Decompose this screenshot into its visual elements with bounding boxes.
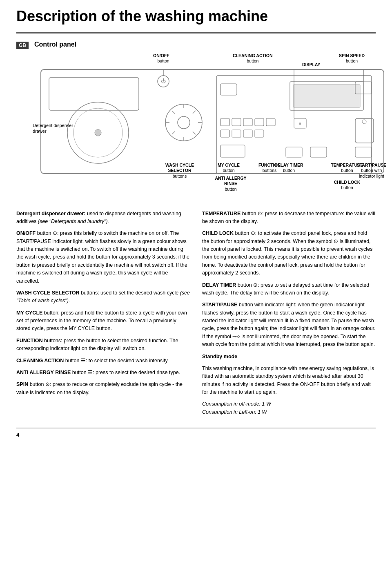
svg-rect-24 <box>355 147 372 157</box>
svg-rect-15 <box>220 130 229 137</box>
svg-rect-25 <box>310 147 327 157</box>
svg-rect-22 <box>355 118 374 143</box>
label-child-lock: CHILD LOCK button <box>331 180 363 191</box>
svg-point-4 <box>95 129 101 136</box>
right-column: TEMPERATURE button ⊙: press to decrease … <box>202 210 376 421</box>
para-start-pause: START/PAUSE button with indicator light:… <box>202 301 376 348</box>
svg-rect-16 <box>232 130 241 137</box>
top-divider <box>16 32 376 33</box>
svg-point-6 <box>178 116 190 129</box>
para-delay-timer: DELAY TIMER button ⊙: press to set a del… <box>202 281 376 297</box>
left-column: Detergent dispenser drawer: used to disp… <box>16 210 190 421</box>
svg-rect-12 <box>243 118 252 126</box>
page-number: 4 <box>16 432 376 438</box>
label-detergent: Detergent dispenser drawer <box>33 123 86 134</box>
standby-consumption: Consumption in off-mode: 1 WConsumption … <box>202 400 376 416</box>
label-wash-cycle: WASH CYCLE SELECTOR buttons <box>159 163 200 179</box>
para-cleaning-action: CLEANING ACTION button ☰: to select the … <box>16 357 190 365</box>
para-on-off: ON/OFF button ⊙: press this briefly to s… <box>16 230 190 285</box>
para-anti-allergy: ANTI ALLERGY RINSE button ☰: press to se… <box>16 369 190 377</box>
svg-rect-28 <box>220 84 237 95</box>
bottom-divider <box>16 428 376 428</box>
section-header: GB Control panel <box>16 41 376 49</box>
para-detergent: Detergent dispenser drawer: used to disp… <box>16 210 190 226</box>
label-anti-allergy: ANTI ALLERGY RINSE button <box>214 176 247 192</box>
para-spin: SPIN button ⊙: press to reduce or comple… <box>16 381 190 397</box>
label-my-cycle: MY CYCLE button <box>214 163 243 174</box>
svg-rect-27 <box>220 145 245 157</box>
page-title: Description of the washing machine <box>16 8 376 25</box>
control-panel-diagram: ON/OFF button CLEANING ACTION button SPI… <box>33 53 376 204</box>
svg-text:⏻: ⏻ <box>161 78 166 84</box>
language-badge: GB <box>16 42 29 49</box>
svg-rect-13 <box>255 118 264 126</box>
description-columns: Detergent dispenser drawer: used to disp… <box>16 210 376 421</box>
svg-rect-26 <box>286 147 302 157</box>
para-child-lock: CHILD LOCK button ⊙: to activate the con… <box>202 230 376 277</box>
standby-text: This washing machine, in compliance with… <box>202 365 376 397</box>
para-temperature: TEMPERATURE button ⊙: press to decrease … <box>202 210 376 226</box>
para-function: FUNCTION buttons: press the button to se… <box>16 337 190 353</box>
page: Description of the washing machine GB Co… <box>0 0 392 450</box>
para-my-cycle: MY CYCLE button: press and hold the butt… <box>16 309 190 333</box>
para-wash-cycle: WASH CYCLE SELECTOR buttons: used to set… <box>16 289 190 305</box>
label-display: DISPLAY <box>302 62 321 68</box>
svg-text:≡: ≡ <box>299 121 301 126</box>
svg-rect-9 <box>293 85 360 107</box>
svg-rect-14 <box>266 118 275 126</box>
label-delay-timer: DELAY TIMER button <box>274 163 304 174</box>
label-temperature: TEMPERATURE button <box>331 163 363 174</box>
svg-rect-17 <box>243 130 252 137</box>
section-title: Control panel <box>34 41 76 48</box>
svg-point-23 <box>362 120 366 124</box>
svg-rect-11 <box>232 118 241 126</box>
svg-point-5 <box>165 104 202 141</box>
standby-heading: Standby mode <box>202 353 376 361</box>
svg-rect-10 <box>220 118 229 126</box>
svg-rect-1 <box>49 78 139 110</box>
svg-rect-18 <box>255 130 264 137</box>
